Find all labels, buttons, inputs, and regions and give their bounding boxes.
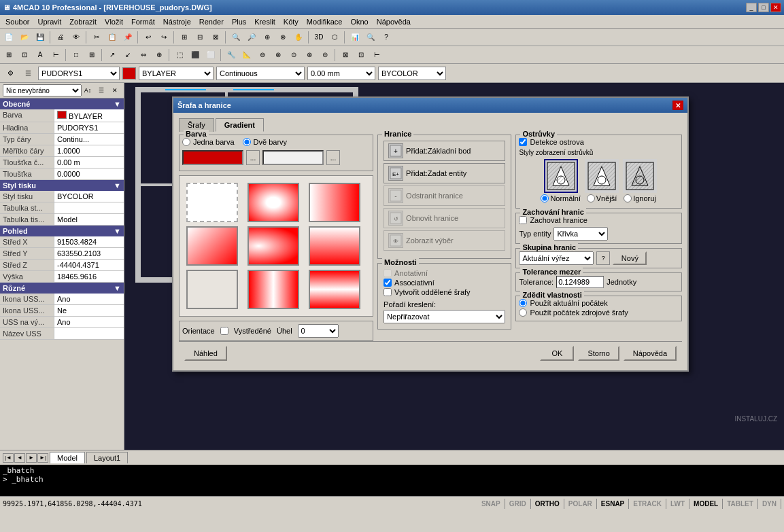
- tb2-btn2[interactable]: ⊡: [17, 48, 32, 62]
- menu-render[interactable]: Render: [195, 16, 228, 27]
- menu-upravit[interactable]: Upravit: [33, 16, 65, 27]
- storno-button[interactable]: Storno: [578, 346, 619, 361]
- gradient-swatch-2[interactable]: [248, 183, 299, 222]
- zdedit-aktualni-row[interactable]: Použít aktuální počátek: [519, 299, 679, 307]
- dsearch-button[interactable]: 🔍: [363, 31, 378, 44]
- jedna-barva-option[interactable]: Jedna barva: [182, 138, 235, 146]
- tb2-btn22[interactable]: ⊡: [354, 48, 369, 62]
- jedna-barva-radio[interactable]: [182, 138, 190, 146]
- typ-entity-dropdown[interactable]: Křivka: [553, 227, 608, 241]
- status-tablet[interactable]: TABLET: [723, 499, 758, 509]
- island-ignore-preview[interactable]: [623, 159, 657, 193]
- zoom-all-button[interactable]: ⊕: [260, 31, 275, 44]
- insert-button[interactable]: ⊟: [192, 31, 207, 44]
- associativni-row[interactable]: Associativní: [384, 279, 505, 287]
- menu-modifikace[interactable]: Modifikace: [303, 16, 347, 27]
- ok-button[interactable]: OK: [540, 346, 574, 361]
- preview-button[interactable]: 👁: [69, 31, 84, 44]
- menu-nastroje[interactable]: Nástroje: [159, 16, 195, 27]
- tb2-btn11[interactable]: ⬚: [172, 48, 187, 62]
- gradient-swatch-7[interactable]: [186, 270, 238, 309]
- oddelene-checkbox[interactable]: [384, 288, 392, 296]
- status-dyn[interactable]: DYN: [758, 499, 781, 509]
- island-ignore-radio[interactable]: [624, 194, 632, 202]
- tb2-btn14[interactable]: 🔧: [224, 48, 239, 62]
- menu-koty[interactable]: Kóty: [279, 16, 303, 27]
- tb2-btn10[interactable]: ⊕: [152, 48, 167, 62]
- tb2-btn23[interactable]: ⊢: [369, 48, 384, 62]
- novy-button[interactable]: Nový: [613, 251, 647, 265]
- zoom-out-button[interactable]: 🔎: [244, 31, 259, 44]
- gradient-swatch-1[interactable]: [186, 183, 238, 222]
- menu-napoveda[interactable]: Nápověda: [373, 16, 415, 27]
- gradient-swatch-3[interactable]: [309, 183, 360, 222]
- gradient-swatch-4[interactable]: [186, 226, 238, 266]
- lineweight-dropdown[interactable]: 0.00 mm: [307, 67, 375, 80]
- island-outer-preview[interactable]: [585, 159, 619, 193]
- properties-button[interactable]: 📊: [347, 31, 362, 44]
- color1-picker-button[interactable]: ...: [246, 150, 260, 165]
- napoveda-button[interactable]: Nápověda: [624, 346, 677, 361]
- tb2-btn8[interactable]: ↙: [120, 48, 135, 62]
- nav-next-button[interactable]: ►: [26, 453, 37, 463]
- shade-button[interactable]: ⬡: [327, 31, 342, 44]
- layer-dropdown[interactable]: PUDORYS1: [38, 67, 120, 80]
- skupina-dropdown[interactable]: Aktuální výřez: [519, 251, 594, 265]
- status-ortho[interactable]: ORTHO: [531, 499, 564, 509]
- zachovat-checkbox[interactable]: [519, 216, 527, 224]
- minimize-button[interactable]: _: [746, 3, 757, 12]
- color-dropdown[interactable]: BYLAYER: [139, 67, 214, 80]
- print-button[interactable]: 🖨: [53, 31, 68, 44]
- props-cat-button[interactable]: ☰: [95, 84, 107, 96]
- section-ruzne[interactable]: Různé ▼: [0, 283, 124, 294]
- help-button[interactable]: ?: [379, 31, 394, 44]
- tb2-btn17[interactable]: ⊗: [271, 48, 286, 62]
- nahled-button[interactable]: Náhled: [184, 346, 227, 361]
- new-button[interactable]: 📄: [1, 31, 16, 44]
- tb2-btn15[interactable]: 📐: [239, 48, 254, 62]
- island-normal-preview[interactable]: [544, 159, 578, 193]
- menu-plus[interactable]: Plus: [228, 16, 250, 27]
- layer-state-button[interactable]: ☰: [20, 67, 35, 80]
- paste-button[interactable]: 📌: [120, 31, 135, 44]
- selection-dropdown[interactable]: Nic nevybráno: [3, 84, 82, 96]
- status-polar[interactable]: POLAR: [564, 499, 597, 509]
- plotstyle-dropdown[interactable]: BYCOLOR: [378, 67, 446, 80]
- section-pohled[interactable]: Pohled ▼: [0, 226, 124, 236]
- associativni-checkbox[interactable]: [384, 279, 392, 287]
- detekce-checkbox[interactable]: [519, 138, 527, 146]
- tb2-btn3[interactable]: A: [33, 48, 48, 62]
- block-button[interactable]: ⊞: [177, 31, 192, 44]
- undo-button[interactable]: ↩: [141, 31, 156, 44]
- section-obecne[interactable]: Obecné ▼: [0, 99, 124, 109]
- command-bar[interactable]: _bhatch > _bhatch: [0, 465, 784, 496]
- menu-vlozit[interactable]: Vložit: [101, 16, 127, 27]
- island-normal-radio[interactable]: [541, 194, 549, 202]
- menu-format[interactable]: Formát: [127, 16, 159, 27]
- pridat-entity-button[interactable]: E+ Přidat:Zadat entity: [384, 163, 505, 183]
- gradient-swatch-6[interactable]: [309, 226, 360, 266]
- tolerance-input[interactable]: [556, 276, 604, 288]
- pan-button[interactable]: ✋: [291, 31, 306, 44]
- gradient-swatch-9[interactable]: [309, 270, 360, 309]
- detekce-row[interactable]: Detekce ostrova: [519, 138, 679, 146]
- menu-soubor[interactable]: Soubor: [1, 16, 33, 27]
- status-model[interactable]: MODEL: [689, 499, 723, 509]
- nav-last-button[interactable]: ►|: [37, 453, 48, 463]
- tab-gradient[interactable]: Gradient: [216, 118, 264, 132]
- zdedit-aktualni-radio[interactable]: [519, 299, 527, 307]
- tb2-btn16[interactable]: ⊖: [255, 48, 270, 62]
- tb2-btn18[interactable]: ⊙: [286, 48, 301, 62]
- nav-first-button[interactable]: |◄: [3, 453, 14, 463]
- color1-input[interactable]: [182, 150, 243, 165]
- zoom-ext-button[interactable]: ⊗: [275, 31, 290, 44]
- gradient-swatch-8[interactable]: [248, 270, 299, 309]
- status-snap[interactable]: SNAP: [477, 499, 505, 509]
- status-lwt[interactable]: LWT: [666, 499, 689, 509]
- tab-layout1[interactable]: Layout1: [86, 452, 128, 463]
- close-button[interactable]: ✕: [770, 3, 781, 12]
- redo-button[interactable]: ↪: [156, 31, 171, 44]
- save-button[interactable]: 💾: [33, 31, 48, 44]
- 3d-button[interactable]: 3D: [311, 31, 326, 44]
- pridat-zakladni-button[interactable]: + Přidat:Základní bod: [384, 141, 505, 161]
